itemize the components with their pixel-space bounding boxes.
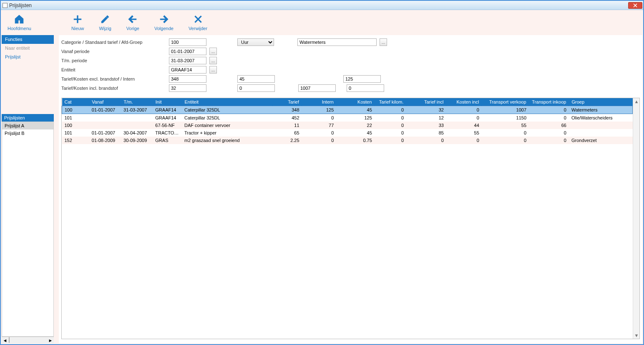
- table-cell: 348: [273, 106, 302, 114]
- cross-icon: [192, 13, 204, 25]
- table-cell: 101: [62, 114, 89, 122]
- table-cell: 45: [336, 106, 374, 114]
- scroll-left-icon[interactable]: ◄: [2, 337, 8, 343]
- label-category: Categorie / Standaard tarief / Afd-Groep: [61, 40, 166, 45]
- table-row[interactable]: 10101-01-200730-04-2007TRACTORKTractor +…: [62, 129, 633, 137]
- table-cell: 101: [62, 129, 89, 137]
- new-button[interactable]: Nieuw: [71, 13, 84, 31]
- table-cell: 0: [406, 137, 446, 144]
- next-button[interactable]: Volgende: [154, 13, 174, 31]
- grid-header[interactable]: Kosten: [336, 98, 374, 106]
- sidebar-list-header: Prijslijsten: [2, 114, 54, 122]
- grid-header[interactable]: Transport inkoop: [529, 98, 569, 106]
- sidebar-list: Prijslijst APrijslijst B: [2, 122, 54, 337]
- table-cell: GRAAF14: [153, 114, 182, 122]
- table-cell: 0: [482, 137, 529, 144]
- input-from-period[interactable]: [169, 48, 206, 55]
- table-cell: Caterpillar 325DL: [182, 106, 273, 114]
- table-cell: 125: [336, 114, 374, 122]
- table-cell: 55: [446, 129, 482, 137]
- lookup-entity-button[interactable]: ...: [209, 66, 217, 74]
- lookup-to-period-button[interactable]: ...: [209, 57, 217, 64]
- table-cell: 0.75: [336, 137, 374, 144]
- table-cell: 01-08-2009: [89, 137, 121, 144]
- toolbar-label: Hoofdmenu: [8, 26, 31, 31]
- sidebar-nav-item[interactable]: Functies: [2, 35, 54, 44]
- label-to-period: T/m. periode: [61, 58, 166, 63]
- plus-icon: [72, 13, 83, 25]
- table-cell: 0: [302, 114, 337, 122]
- table-cell: 30-09-2009: [121, 137, 153, 144]
- table-row[interactable]: 10067-56-NFDAF container vervoer11772203…: [62, 122, 633, 129]
- scroll-right-icon[interactable]: ►: [47, 337, 54, 343]
- table-cell: 01-01-2007: [89, 129, 121, 137]
- grid-header[interactable]: Tarief: [273, 98, 302, 106]
- sidebar-nav-item[interactable]: Prijslijst: [2, 53, 54, 61]
- table-cell: 0: [446, 114, 482, 122]
- grid-header[interactable]: Tarief incl: [406, 98, 446, 106]
- table-cell: 22: [336, 122, 374, 129]
- table-row[interactable]: 101GRAAF14Caterpillar 325DL4520125012011…: [62, 114, 633, 122]
- table-cell: 0: [529, 106, 569, 114]
- table-cell: 33: [406, 122, 446, 129]
- pencil-icon: [99, 13, 111, 25]
- input-category[interactable]: [169, 38, 206, 46]
- close-button[interactable]: [628, 2, 642, 9]
- lookup-group-button[interactable]: ...: [380, 38, 387, 46]
- input-to-period[interactable]: [169, 57, 206, 64]
- main-panel: Categorie / Standaard tarief / Afd-Groep…: [59, 35, 642, 343]
- grid-header[interactable]: T/m.: [121, 98, 153, 106]
- grid-header[interactable]: Kosten incl: [446, 98, 482, 106]
- window-icon: [3, 3, 8, 8]
- grid-header[interactable]: Vanaf: [89, 98, 121, 106]
- input-group[interactable]: [297, 38, 377, 46]
- input-excl-b[interactable]: [237, 75, 275, 83]
- grid-header[interactable]: Groep: [569, 98, 633, 106]
- sidebar-list-row[interactable]: Prijslijst B: [2, 129, 53, 137]
- data-grid: CatVanafT/m.InitEntiteitTariefInternKost…: [61, 98, 640, 339]
- scroll-up-icon[interactable]: ▲: [633, 98, 640, 105]
- edit-button[interactable]: Wijzig: [99, 13, 111, 31]
- lookup-from-period-button[interactable]: ...: [209, 48, 217, 55]
- table-cell: 11: [273, 122, 302, 129]
- home-button[interactable]: Hoofdmenu: [8, 13, 31, 31]
- input-excl-a[interactable]: [169, 75, 206, 83]
- home-icon: [13, 13, 25, 25]
- table-row[interactable]: 15201-08-200930-09-2009GRASm2 graszaad s…: [62, 137, 633, 144]
- table-cell: 125: [302, 106, 337, 114]
- scroll-down-icon[interactable]: ▼: [633, 332, 640, 339]
- grid-header[interactable]: Init: [153, 98, 182, 106]
- toolbar-label: Volgende: [154, 26, 174, 31]
- titlebar: Prijslijsten: [1, 1, 643, 10]
- app-window: Prijslijsten Hoofdmenu Nieuw Wijzig Vori…: [0, 0, 644, 345]
- grid-vscroll[interactable]: ▲ ▼: [633, 98, 639, 339]
- grid-header[interactable]: Entiteit: [182, 98, 273, 106]
- table-cell: 65: [273, 129, 302, 137]
- toolbar-label: Nieuw: [71, 26, 84, 31]
- table-cell: Grondverzet: [569, 137, 633, 144]
- prev-button[interactable]: Vorige: [126, 13, 139, 31]
- input-incl-c[interactable]: [298, 84, 336, 92]
- select-unit[interactable]: Uur: [237, 38, 274, 46]
- input-incl-a[interactable]: [169, 84, 206, 92]
- toolbar-label: Verwijder: [189, 26, 207, 31]
- input-incl-d[interactable]: [347, 84, 384, 92]
- grid-header[interactable]: Intern: [302, 98, 337, 106]
- input-incl-b[interactable]: [237, 84, 275, 92]
- form: Categorie / Standaard tarief / Afd-Groep…: [59, 35, 642, 95]
- table-cell: 100: [62, 106, 89, 114]
- input-entity[interactable]: [169, 66, 206, 74]
- table-cell: 1007: [482, 106, 529, 114]
- sidebar-hscroll[interactable]: ◄ ►: [2, 337, 54, 343]
- table-cell: 85: [406, 129, 446, 137]
- sidebar-list-row[interactable]: Prijslijst A: [2, 122, 53, 129]
- grid-header[interactable]: Transport verkoop: [482, 98, 529, 106]
- table-cell: 0: [482, 129, 529, 137]
- grid-header[interactable]: Cat: [62, 98, 89, 106]
- input-excl-c[interactable]: [343, 75, 381, 83]
- delete-button[interactable]: Verwijder: [189, 13, 207, 31]
- label-tariff-incl: Tarief/Kosten incl. brandstof: [61, 86, 166, 91]
- grid-header[interactable]: Tarief kilom.: [375, 98, 406, 106]
- table-row[interactable]: 10001-01-200731-03-2007GRAAF14Caterpilla…: [62, 106, 633, 114]
- label-from-period: Vanaf periode: [61, 49, 166, 54]
